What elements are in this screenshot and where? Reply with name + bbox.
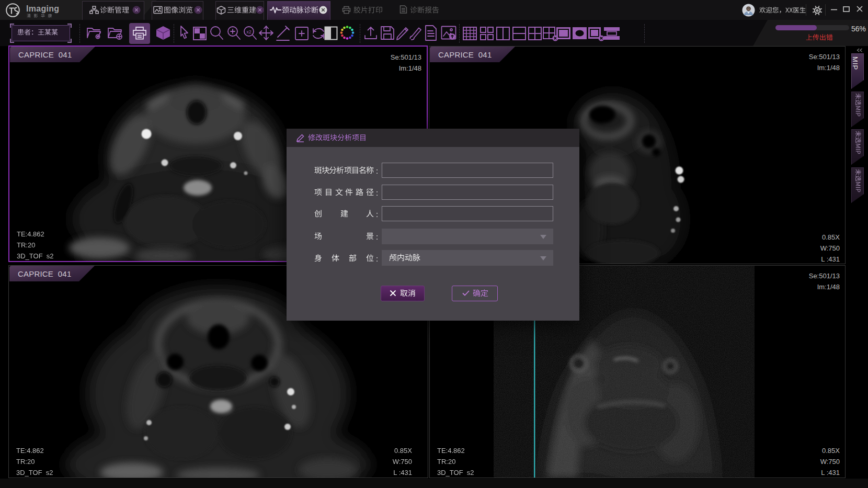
svg-text:x2: x2 <box>246 29 252 35</box>
